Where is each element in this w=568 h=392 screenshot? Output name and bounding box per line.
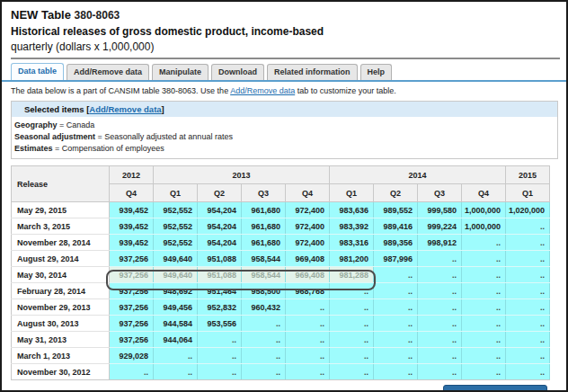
tab-help[interactable]: Help (360, 64, 393, 80)
value-cell: 960,432 (242, 299, 286, 316)
tab-add-remove-data[interactable]: Add/Remove data (67, 64, 149, 80)
value-cell: 998,912 (418, 235, 462, 251)
value-cell: .. (330, 348, 374, 364)
tab-data-table[interactable]: Data table (11, 63, 64, 80)
release-date-cell: February 28, 2014 (12, 283, 110, 299)
release-date-cell: May 29, 2015 (12, 202, 110, 218)
year-header-2013: 2013 (154, 166, 330, 184)
filter-value: Seasonally adjusted at annual rates (104, 132, 233, 141)
value-cell: .. (462, 283, 506, 299)
value-cell: 972,400 (286, 235, 330, 251)
data-table-wrapper: Release2012201320142015Q4Q1Q2Q3Q4Q1Q2Q3Q… (11, 165, 550, 380)
back-to-original-table-button[interactable]: Back to original table (443, 385, 547, 392)
tab-download[interactable]: Download (211, 64, 264, 80)
value-cell: .. (506, 283, 550, 299)
value-cell: .. (506, 267, 550, 283)
value-cell: .. (418, 251, 462, 267)
value-cell: 949,640 (154, 267, 198, 283)
value-cell: 937,256 (110, 332, 154, 348)
value-cell: .. (242, 348, 286, 364)
release-date-cell: March 1, 2013 (12, 348, 110, 364)
year-header-2014: 2014 (330, 166, 506, 184)
table-row: May 31, 2013937,256944,064..............… (12, 332, 550, 348)
year-header-2015: 2015 (506, 166, 550, 184)
quarter-header: Q1 (506, 184, 550, 202)
value-cell: 969,408 (286, 267, 330, 283)
value-cell: 968,768 (286, 283, 330, 299)
value-cell: .. (462, 235, 506, 251)
table-row: May 30, 2014937,256949,640951,088958,544… (12, 267, 550, 283)
value-cell: .. (374, 332, 418, 348)
value-cell: 989,552 (374, 202, 418, 218)
value-cell: 961,680 (242, 218, 286, 235)
bracket-close: ] (162, 104, 164, 114)
selected-items-add-remove-link[interactable]: Add/Remove data (89, 104, 161, 114)
value-cell: 937,256 (110, 251, 154, 267)
value-cell: 958,544 (242, 251, 286, 267)
value-cell: .. (506, 251, 550, 267)
value-cell: .. (110, 364, 154, 380)
table-subtitle: Historical releases of gross domestic pr… (11, 25, 557, 38)
value-cell: .. (374, 348, 418, 364)
value-cell: .. (462, 316, 506, 332)
value-cell: 929,028 (110, 348, 154, 364)
value-cell: .. (286, 348, 330, 364)
table-row: November 29, 2013937,256949,456952,83296… (12, 299, 550, 316)
value-cell: 953,556 (198, 316, 242, 332)
release-date-cell: August 29, 2014 (12, 251, 110, 267)
selected-items-header: Selected items [Add/Remove data] (12, 102, 557, 117)
release-date-cell: November 30, 2012 (12, 364, 110, 380)
value-cell: 951,088 (198, 267, 242, 283)
table-row: May 29, 2015939,452952,552954,204961,680… (12, 202, 550, 218)
filter-term: Geography (14, 120, 59, 129)
value-cell: 987,996 (374, 251, 418, 267)
value-cell: .. (286, 299, 330, 316)
value-cell: .. (418, 267, 462, 283)
value-cell: 952,832 (198, 299, 242, 316)
value-cell: .. (330, 364, 374, 380)
value-cell: .. (506, 235, 550, 251)
value-cell: 983,636 (330, 202, 374, 218)
value-cell: 983,316 (330, 235, 374, 251)
release-column-header: Release (12, 166, 110, 202)
add-remove-data-link[interactable]: Add/Remove data (230, 86, 295, 95)
value-cell: 958,500 (242, 283, 286, 299)
value-cell: 961,680 (242, 235, 286, 251)
filter-value: Canada (67, 120, 95, 129)
value-cell: 952,552 (154, 202, 198, 218)
release-date-cell: March 3, 2015 (12, 218, 110, 235)
value-cell: 1,000,000 (462, 202, 506, 218)
value-cell: .. (374, 267, 418, 283)
value-cell: .. (286, 316, 330, 332)
value-cell: .. (506, 364, 550, 380)
filter-term: Estimates (14, 144, 55, 153)
data-table: Release2012201320142015Q4Q1Q2Q3Q4Q1Q2Q3Q… (11, 165, 550, 380)
value-cell: 983,392 (330, 218, 374, 235)
release-date-cell: May 31, 2013 (12, 332, 110, 348)
value-cell: .. (198, 364, 242, 380)
filter-row-seasonal-adjustment: Seasonal adjustment = Seasonally adjuste… (14, 131, 557, 143)
value-cell: 951,464 (198, 283, 242, 299)
tab-related-information[interactable]: Related information (267, 64, 358, 80)
filter-value: Compensation of employees (62, 144, 164, 153)
release-date-cell: August 30, 2013 (12, 316, 110, 332)
value-cell: 954,204 (198, 235, 242, 251)
quarter-header: Q3 (418, 184, 462, 202)
table-row: February 28, 2014937,256948,692951,46495… (12, 283, 550, 299)
value-cell: .. (198, 332, 242, 348)
value-cell: 939,452 (110, 218, 154, 235)
value-cell: .. (506, 332, 550, 348)
value-cell: 944,584 (154, 316, 198, 332)
value-cell: .. (374, 316, 418, 332)
value-cell: 961,680 (242, 202, 286, 218)
value-cell: .. (154, 364, 198, 380)
tab-manipulate[interactable]: Manipulate (152, 64, 209, 80)
value-cell: .. (374, 299, 418, 316)
value-cell: 989,416 (374, 218, 418, 235)
value-cell: 958,544 (242, 267, 286, 283)
value-cell: 954,204 (198, 218, 242, 235)
value-cell: 981,200 (330, 251, 374, 267)
year-header-2012: 2012 (110, 166, 154, 184)
filter-row-geography: Geography = Canada (14, 120, 557, 131)
value-cell: .. (506, 316, 550, 332)
